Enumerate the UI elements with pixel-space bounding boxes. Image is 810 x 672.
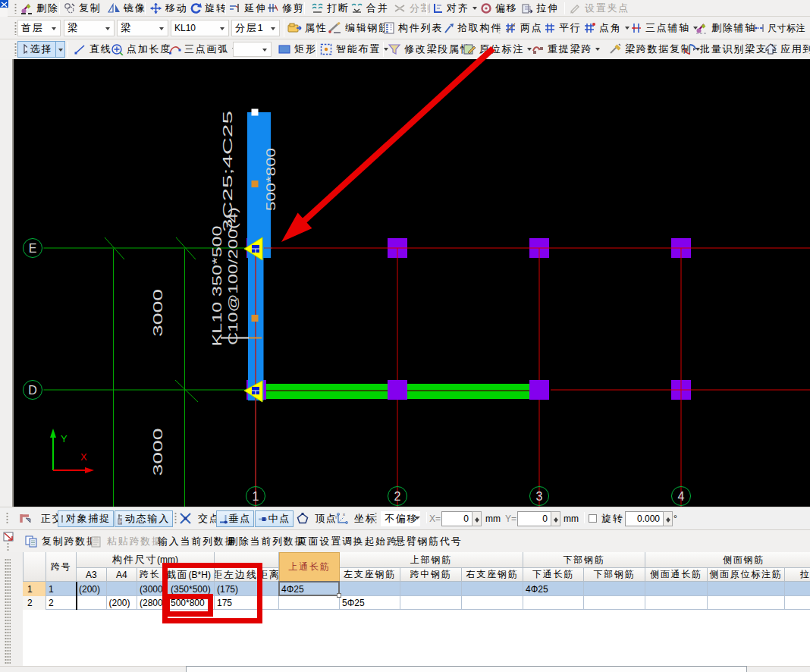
svg-text:D: D bbox=[28, 384, 37, 397]
svg-text:KL10 350*500: KL10 350*500 bbox=[210, 226, 224, 347]
svg-text:4: 4 bbox=[678, 490, 685, 503]
svg-text:x: x bbox=[343, 513, 345, 517]
svg-text:3C25;4C25: 3C25;4C25 bbox=[221, 111, 235, 232]
svg-text:12: 12 bbox=[121, 520, 123, 524]
svg-text:Y: Y bbox=[334, 515, 338, 520]
svg-text:3: 3 bbox=[536, 490, 543, 503]
svg-text:X: X bbox=[80, 451, 87, 463]
svg-text:E: E bbox=[29, 242, 37, 255]
svg-text:Y: Y bbox=[61, 433, 68, 444]
svg-text:500*800: 500*800 bbox=[264, 148, 278, 211]
svg-text:3000: 3000 bbox=[151, 429, 165, 476]
svg-text:3000: 3000 bbox=[151, 289, 165, 337]
svg-text:2: 2 bbox=[394, 490, 401, 503]
svg-text:1: 1 bbox=[253, 490, 259, 503]
